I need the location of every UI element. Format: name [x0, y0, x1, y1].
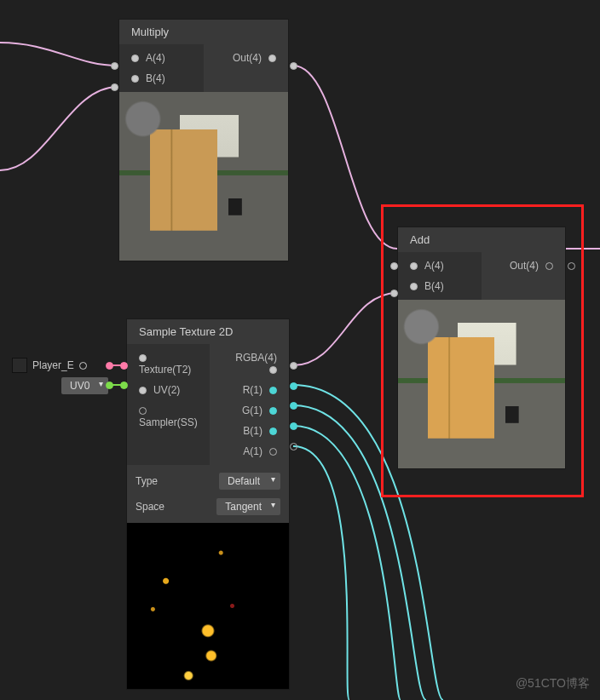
texture-swatch[interactable] — [12, 358, 27, 373]
type-dropdown[interactable]: Default — [219, 473, 280, 490]
port-b-output[interactable]: B(1) — [210, 421, 289, 441]
type-label: Type — [136, 475, 219, 487]
node-title[interactable]: Multiply — [119, 20, 288, 44]
node-title[interactable]: Sample Texture 2D — [127, 319, 289, 344]
add-out-ext-port[interactable] — [568, 262, 575, 270]
add-node[interactable]: Add A(4) B(4) Out(4) — [397, 227, 566, 469]
uv-out-port[interactable] — [106, 382, 113, 389]
space-dropdown[interactable]: Tangent — [216, 498, 280, 515]
sample-texture-2d-node[interactable]: Sample Texture 2D Texture(T2) UV(2) Samp… — [126, 318, 290, 690]
multiply-b-ext-port[interactable] — [111, 83, 118, 91]
port-a-output[interactable]: A(1) — [210, 441, 289, 462]
port-uv-input[interactable]: UV(2) — [127, 380, 210, 400]
add-b-ext-port[interactable] — [390, 290, 398, 297]
port-r-output[interactable]: R(1) — [210, 380, 289, 400]
add-a-ext-port[interactable] — [390, 262, 398, 270]
space-label: Space — [136, 501, 216, 513]
sample-r-ext-port[interactable] — [290, 382, 297, 390]
node-title[interactable]: Add — [398, 227, 565, 252]
node-preview — [119, 92, 288, 261]
port-sampler-input[interactable]: Sampler(SS) — [127, 400, 210, 433]
sample-uv-in-port[interactable] — [120, 382, 128, 389]
multiply-a-ext-port[interactable] — [111, 62, 118, 70]
port-out-output[interactable]: Out(4) — [482, 255, 565, 276]
uv-input-widget[interactable]: UV0 — [61, 377, 108, 394]
texture-out-port[interactable] — [106, 362, 113, 370]
port-texture-input[interactable]: Texture(T2) — [127, 347, 210, 380]
port-a-input[interactable]: A(4) — [119, 48, 204, 68]
sample-texture-in-port[interactable] — [120, 362, 128, 370]
sample-a-ext-port[interactable] — [290, 443, 297, 450]
sample-b-ext-port[interactable] — [290, 422, 297, 430]
multiply-node[interactable]: Multiply A(4) B(4) Out(4) — [118, 19, 289, 261]
port-rgba-output[interactable]: RGBA(4) — [210, 347, 289, 380]
node-preview — [398, 300, 565, 468]
port-out-output[interactable]: Out(4) — [204, 48, 288, 68]
texture-picker-icon[interactable] — [79, 362, 87, 370]
sample-rgba-ext-port[interactable] — [290, 362, 297, 370]
multiply-out-ext-port[interactable] — [290, 62, 297, 70]
watermark: @51CTO博客 — [516, 676, 590, 691]
texture-name: Player_E — [32, 359, 74, 371]
texture-input-widget[interactable]: Player_E — [12, 358, 87, 373]
port-a-input[interactable]: A(4) — [398, 255, 482, 276]
port-g-output[interactable]: G(1) — [210, 400, 289, 421]
uv-dropdown[interactable]: UV0 — [61, 377, 108, 394]
port-b-input[interactable]: B(4) — [398, 276, 482, 296]
sample-g-ext-port[interactable] — [290, 402, 297, 410]
port-b-input[interactable]: B(4) — [119, 68, 204, 89]
node-preview — [127, 523, 289, 689]
